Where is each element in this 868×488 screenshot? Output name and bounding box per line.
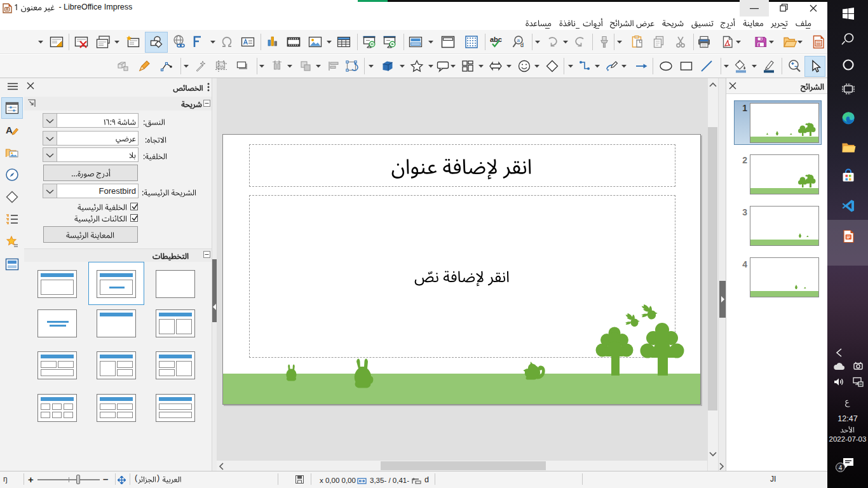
svg-text:d: d bbox=[520, 42, 524, 48]
svg-text:a: a bbox=[517, 37, 520, 43]
svg-text:abc: abc bbox=[490, 36, 502, 43]
svg-text:A: A bbox=[6, 125, 13, 135]
